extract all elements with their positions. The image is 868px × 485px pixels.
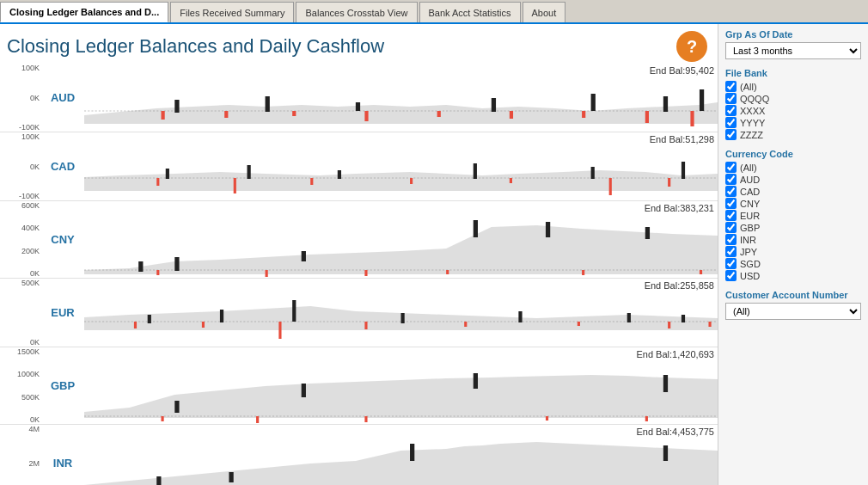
svg-rect-78 [229,472,233,482]
help-button[interactable]: ? [676,31,707,62]
file-bank-xxxx: XXXX [725,105,861,116]
svg-rect-71 [256,416,259,423]
svg-rect-62 [668,322,670,328]
svg-rect-44 [446,270,449,274]
tab-files-received[interactable]: Files Received Summary [170,2,294,22]
file-bank-zzzz-checkbox[interactable] [725,129,737,140]
svg-rect-13 [437,111,441,117]
currency-usd-checkbox[interactable] [725,270,737,281]
page-title-bar: Closing Ledger Balances and Daily Cashfl… [0,28,718,64]
svg-rect-49 [148,315,151,323]
svg-rect-22 [338,170,341,179]
customer-account-section: Customer Account Number (All) [725,290,861,320]
tab-closing-ledger[interactable]: Closing Ledger Balances and D... [0,2,168,22]
svg-rect-43 [364,270,367,276]
svg-rect-42 [266,270,268,277]
end-bal-gbp: End Bal:1,420,693 [636,349,714,359]
currency-eur: EUR [725,210,861,221]
currency-sgd-checkbox[interactable] [725,258,737,269]
svg-rect-37 [302,251,306,261]
svg-marker-75 [84,442,718,485]
y-labels-inr: 4M 2M 0M [0,425,41,485]
svg-rect-80 [663,445,668,461]
svg-rect-27 [234,178,236,193]
svg-rect-7 [663,96,668,112]
main-content: Closing Ledger Balances and Daily Cashfl… [0,24,868,485]
customer-account-label: Customer Account Number [725,290,861,300]
currency-gbp-checkbox[interactable] [725,222,737,233]
file-bank-xxxx-checkbox[interactable] [725,105,737,116]
file-bank-qqqq: QQQQ [725,93,861,104]
grp-as-of-date-dropdown[interactable]: Last 3 months [725,42,861,59]
svg-rect-69 [663,375,668,392]
file-bank-all-checkbox[interactable] [725,81,737,92]
customer-account-dropdown[interactable]: (All) [725,303,861,320]
file-bank-zzzz: ZZZZ [725,129,861,140]
y-labels-cny: 600K 400K 200K 0K [0,201,41,278]
svg-rect-79 [410,444,414,461]
svg-rect-21 [248,165,251,179]
svg-rect-39 [546,222,550,237]
svg-rect-77 [156,476,161,485]
chart-cad: End Bal:51,298 [84,132,718,200]
svg-rect-50 [220,310,223,322]
file-bank-qqqq-checkbox[interactable] [725,93,737,104]
svg-rect-2 [174,100,179,113]
sidebar: Grp As Of Date Last 3 months File Bank (… [718,24,868,485]
currency-inr: INR [725,234,861,245]
svg-rect-57 [202,322,205,328]
currency-jpy-checkbox[interactable] [725,246,737,257]
svg-rect-72 [364,416,367,422]
y-labels-gbp: 1500K 1000K 500K 0K [0,347,41,424]
file-bank-all: (All) [725,81,861,92]
svg-rect-68 [474,373,478,389]
svg-rect-61 [578,322,580,326]
tab-bank-acct-stats[interactable]: Bank Acct Statistics [419,2,521,22]
svg-rect-3 [266,96,270,112]
svg-rect-59 [364,322,367,329]
svg-rect-6 [591,94,596,111]
y-labels-cad: 100K 0K -100K [0,132,41,200]
chart-eur: End Bal:255,858 [84,279,718,347]
svg-rect-30 [510,178,512,183]
file-bank-yyyy-checkbox[interactable] [725,117,737,128]
end-bal-cad: End Bal:51,298 [650,134,714,144]
svg-rect-26 [156,178,159,186]
currency-eur-checkbox[interactable] [725,210,737,221]
end-bal-inr: End Bal:4,453,775 [636,427,714,437]
svg-rect-38 [474,220,478,237]
end-bal-cny: End Bal:383,231 [645,203,714,213]
currency-all-checkbox[interactable] [725,162,737,173]
currency-aud-checkbox[interactable] [725,174,737,185]
chart-row-inr: 4M 2M 0M INR End Bal:4,453,775 [0,425,718,485]
svg-rect-9 [161,111,164,120]
file-bank-yyyy: YYYY [725,117,861,128]
tab-balances-crosstab[interactable]: Balances Crosstab View [296,2,417,22]
currency-cad: CAD [725,186,861,197]
currency-inr: INR [41,425,84,485]
currency-gbp: GBP [41,347,84,424]
page-title-text: Closing Ledger Balances and Daily Cashfl… [7,35,384,58]
svg-rect-40 [645,227,650,239]
svg-rect-17 [690,111,694,126]
currency-cad-checkbox[interactable] [725,186,737,197]
svg-rect-12 [364,111,368,121]
svg-rect-74 [645,416,648,421]
currency-inr-checkbox[interactable] [725,234,737,245]
currency-cny: CNY [725,198,861,209]
chart-aud: End Bal:95,402 [84,64,718,132]
currency-eur: EUR [41,279,84,347]
currency-code-label: Currency Code [725,149,861,159]
svg-rect-24 [591,167,595,179]
file-bank-section: File Bank (All) QQQQ XXXX YYYY ZZZZ [725,68,861,140]
svg-rect-56 [134,322,137,328]
currency-cny-checkbox[interactable] [725,198,737,209]
svg-rect-8 [700,89,704,111]
currency-code-section: Currency Code (All) AUD CAD CNY EUR [725,149,861,281]
svg-rect-45 [582,270,584,275]
svg-rect-55 [682,315,685,322]
tab-about[interactable]: About [523,2,566,22]
chart-row-eur: 500K 0K EUR End Bal:255,858 [0,279,718,347]
grp-as-of-date-label: Grp As Of Date [725,29,861,40]
svg-rect-10 [224,111,228,118]
